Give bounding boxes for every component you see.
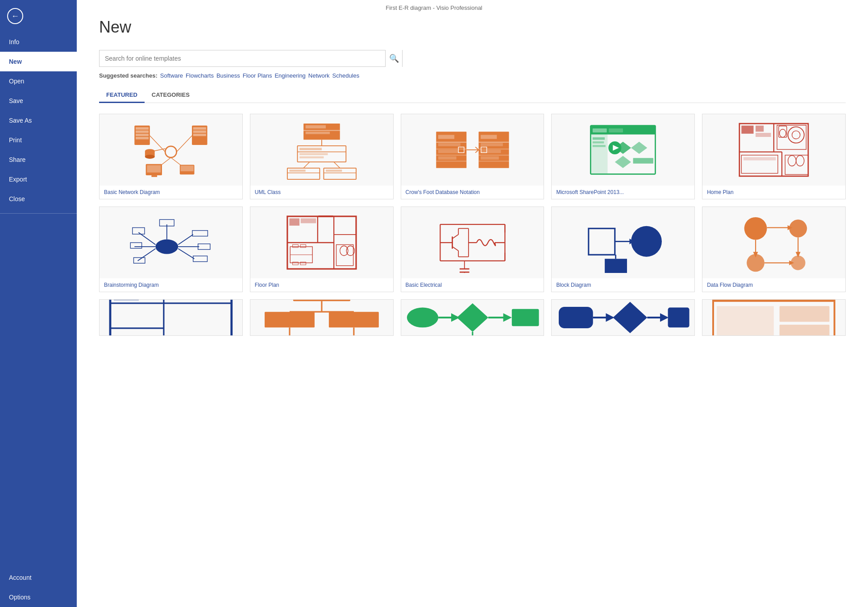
svg-rect-57 <box>478 149 509 149</box>
svg-point-90 <box>780 129 786 137</box>
template-label-block-diagram: Block Diagram <box>552 278 694 292</box>
tabs: FEATURED CATEGORIES <box>99 88 846 103</box>
template-row3-5[interactable] <box>702 299 846 336</box>
suggested-schedules[interactable]: Schedules <box>332 72 360 79</box>
back-button[interactable]: ← <box>7 8 23 24</box>
sidebar-spacer <box>0 218 77 568</box>
svg-line-53 <box>475 147 478 150</box>
sidebar-item-new[interactable]: New <box>0 52 77 71</box>
template-crows-foot[interactable]: Crow's Foot Database Notation <box>401 114 544 199</box>
template-thumb-row3-3 <box>401 300 544 335</box>
tab-featured[interactable]: FEATURED <box>99 88 145 103</box>
template-uml-class[interactable]: UML Class <box>250 114 394 199</box>
suggested-engineering[interactable]: Engineering <box>274 72 305 79</box>
svg-line-137 <box>452 247 458 251</box>
svg-rect-25 <box>303 130 340 131</box>
svg-rect-8 <box>193 134 206 136</box>
svg-line-102 <box>178 249 194 259</box>
template-row3-4[interactable] <box>551 299 695 336</box>
svg-rect-155 <box>605 259 627 273</box>
svg-rect-199 <box>668 308 689 328</box>
template-block-diagram[interactable]: Block Diagram <box>551 206 695 292</box>
svg-point-87 <box>788 127 804 143</box>
template-row3-2[interactable] <box>250 299 394 336</box>
sidebar-item-account[interactable]: Account <box>0 568 77 587</box>
svg-rect-63 <box>481 157 499 160</box>
sidebar-divider <box>0 213 77 214</box>
svg-rect-26 <box>305 125 325 128</box>
svg-point-154 <box>631 226 662 257</box>
main-content: First E-R diagram - Visio Professional N… <box>77 0 868 607</box>
svg-rect-68 <box>609 128 623 132</box>
svg-rect-105 <box>130 243 141 248</box>
sidebar-item-print[interactable]: Print <box>0 130 77 150</box>
template-thumb-data-flow <box>702 207 845 278</box>
template-label-brainstorming: Brainstorming Diagram <box>100 278 242 292</box>
sidebar-item-share[interactable]: Share <box>0 150 77 169</box>
sidebar-item-options[interactable]: Options <box>0 587 77 607</box>
svg-marker-189 <box>503 313 511 322</box>
svg-rect-116 <box>289 219 299 226</box>
svg-rect-7 <box>193 130 206 132</box>
template-thumb-row3-2 <box>250 300 393 335</box>
template-data-flow[interactable]: Data Flow Diagram <box>702 206 846 292</box>
svg-rect-71 <box>593 141 604 144</box>
sidebar-item-save[interactable]: Save <box>0 91 77 111</box>
sidebar-item-info[interactable]: Info <box>0 32 77 52</box>
template-grid-row2: Brainstorming Diagram <box>99 206 846 292</box>
svg-rect-2 <box>136 130 149 132</box>
sidebar-item-saveas[interactable]: Save As <box>0 111 77 130</box>
svg-rect-6 <box>193 127 206 129</box>
search-input[interactable] <box>100 55 385 62</box>
template-row3-1[interactable] <box>99 299 243 336</box>
template-basic-network[interactable]: Basic Network Diagram <box>99 114 243 199</box>
svg-rect-58 <box>478 155 509 156</box>
svg-rect-43 <box>436 142 466 143</box>
suggested-business[interactable]: Business <box>216 72 240 79</box>
template-thumb-brainstorming <box>100 207 242 278</box>
template-thumb-uml-class <box>250 114 393 186</box>
template-brainstorming[interactable]: Brainstorming Diagram <box>99 206 243 292</box>
svg-point-157 <box>744 217 767 240</box>
template-basic-electrical[interactable]: Basic Electrical <box>401 206 544 292</box>
svg-rect-201 <box>713 300 835 302</box>
svg-marker-198 <box>660 313 669 322</box>
svg-rect-70 <box>593 137 605 140</box>
svg-rect-47 <box>438 135 454 139</box>
svg-rect-92 <box>743 157 776 160</box>
svg-rect-169 <box>110 300 232 335</box>
template-sharepoint[interactable]: Microsoft SharePoint 2013... <box>551 114 695 199</box>
svg-rect-31 <box>299 148 322 150</box>
svg-rect-72 <box>593 145 606 147</box>
svg-rect-78 <box>633 158 653 164</box>
svg-rect-59 <box>478 161 509 161</box>
svg-point-163 <box>747 254 764 272</box>
svg-rect-41 <box>326 169 342 172</box>
template-thumb-home-plan <box>702 114 845 186</box>
svg-point-126 <box>340 246 348 256</box>
svg-rect-107 <box>192 231 208 236</box>
suggested-flowcharts[interactable]: Flowcharts <box>186 72 214 79</box>
tab-categories[interactable]: CATEGORIES <box>145 88 197 103</box>
template-thumb-row3-4 <box>552 300 694 335</box>
suggested-software[interactable]: Software <box>160 72 183 79</box>
svg-rect-178 <box>265 312 315 327</box>
sidebar-item-open[interactable]: Open <box>0 71 77 91</box>
template-label-basic-network: Basic Network Diagram <box>100 186 242 199</box>
suggested-label: Suggested searches: <box>99 72 158 79</box>
svg-point-9 <box>165 146 176 157</box>
template-floor-plan[interactable]: Floor Plan <box>250 206 394 292</box>
svg-rect-49 <box>438 150 458 153</box>
template-row3-3[interactable] <box>401 299 544 336</box>
sidebar-item-close[interactable]: Close <box>0 189 77 209</box>
svg-point-88 <box>792 131 800 139</box>
suggested-floorplans[interactable]: Floor Plans <box>243 72 272 79</box>
svg-rect-61 <box>481 143 503 146</box>
svg-rect-123 <box>292 262 298 265</box>
template-home-plan[interactable]: Home Plan <box>702 114 846 199</box>
svg-rect-33 <box>299 157 324 159</box>
svg-line-11 <box>177 136 192 152</box>
search-button[interactable]: 🔍 <box>385 50 402 67</box>
sidebar-item-export[interactable]: Export <box>0 169 77 189</box>
suggested-network[interactable]: Network <box>308 72 330 79</box>
